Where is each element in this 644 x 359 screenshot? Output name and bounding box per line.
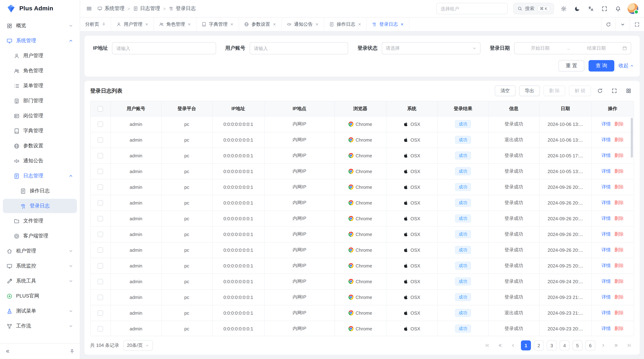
delete-link[interactable]: 删除 (614, 231, 624, 237)
row-checkbox[interactable] (98, 263, 103, 269)
refresh-tab-button[interactable] (601, 17, 616, 31)
detail-link[interactable]: 详情 (602, 247, 611, 253)
detail-link[interactable]: 详情 (602, 152, 611, 159)
tab-options-button[interactable] (616, 17, 630, 31)
delete-link[interactable]: 删除 (614, 152, 624, 159)
column-settings-button[interactable] (623, 85, 634, 96)
tab-dict-management[interactable]: 字典管理 (196, 17, 239, 31)
export-button[interactable]: 导出 (519, 85, 540, 96)
close-icon[interactable] (358, 22, 361, 26)
tab-param-settings[interactable]: 参数设置 (239, 17, 282, 31)
table-scrollbar[interactable] (631, 118, 633, 158)
pin-icon[interactable] (102, 22, 106, 26)
sidebar-item-plus-website[interactable]: PLUS官网 (3, 289, 77, 303)
delete-link[interactable]: 删除 (614, 263, 624, 269)
sidebar-item-user-management[interactable]: 用户管理 (3, 49, 77, 63)
sidebar-item-system-monitor[interactable]: 系统监控 (3, 259, 77, 273)
breadcrumb-item-login-log[interactable]: 登录日志 (168, 5, 196, 12)
row-checkbox[interactable] (98, 200, 103, 206)
row-checkbox[interactable] (98, 279, 103, 284)
breadcrumb-item-log[interactable]: 日志管理 (133, 5, 160, 12)
last-page-button[interactable] (624, 341, 634, 351)
page-size-select[interactable]: 20条/页 (124, 340, 153, 351)
ip-address-input[interactable] (112, 42, 216, 54)
row-checkbox[interactable] (98, 122, 103, 127)
first-page-button[interactable] (482, 341, 492, 351)
tenant-select-input[interactable] (436, 3, 508, 14)
delete-link[interactable]: 删除 (614, 184, 624, 190)
hamburger-menu-icon[interactable] (86, 5, 92, 12)
collapse-sidebar-icon[interactable] (5, 349, 10, 354)
sidebar-item-dict-management[interactable]: 字典管理 (3, 124, 77, 138)
detail-link[interactable]: 详情 (602, 294, 611, 300)
delete-link[interactable]: 删除 (614, 200, 624, 206)
sidebar-item-file-management[interactable]: 文件管理 (3, 214, 77, 228)
close-icon[interactable] (188, 22, 191, 26)
next-page-button[interactable] (598, 341, 608, 351)
row-checkbox[interactable] (98, 169, 103, 174)
detail-link[interactable]: 详情 (602, 184, 611, 190)
next-fast-button[interactable] (611, 341, 621, 351)
detail-link[interactable]: 详情 (602, 200, 611, 206)
unlock-button[interactable]: 解 锁 (569, 85, 591, 96)
delete-link[interactable]: 删除 (614, 121, 624, 127)
breadcrumb-item-system[interactable]: 系统管理 (97, 5, 124, 12)
tab-role-management[interactable]: 角色管理 (154, 17, 196, 31)
row-checkbox[interactable] (98, 185, 103, 190)
row-checkbox[interactable] (98, 247, 103, 253)
pin-icon[interactable] (70, 349, 75, 354)
user-account-input[interactable] (250, 42, 348, 54)
detail-link[interactable]: 详情 (602, 121, 611, 127)
row-checkbox[interactable] (98, 295, 103, 300)
row-checkbox[interactable] (98, 137, 103, 143)
page-button-6[interactable]: 6 (585, 341, 595, 351)
close-icon[interactable] (230, 22, 234, 26)
delete-link[interactable]: 删除 (614, 137, 624, 143)
prev-page-button[interactable] (508, 341, 518, 351)
delete-link[interactable]: 删除 (614, 168, 624, 174)
sidebar-item-operation-log[interactable]: 操作日志 (3, 184, 77, 198)
detail-link[interactable]: 详情 (602, 263, 611, 269)
refresh-list-button[interactable] (595, 85, 605, 96)
sidebar-item-log-management[interactable]: 日志管理 (3, 169, 77, 183)
prev-fast-button[interactable] (495, 341, 505, 351)
sidebar-item-role-management[interactable]: 角色管理 (3, 64, 77, 78)
settings-button[interactable] (560, 5, 568, 12)
sidebar-item-param-settings[interactable]: 参数设置 (3, 139, 77, 153)
delete-button[interactable]: 删 除 (544, 85, 566, 96)
login-status-select[interactable]: 请选择 (382, 42, 480, 54)
row-checkbox[interactable] (98, 310, 103, 316)
maximize-content-button[interactable] (630, 17, 644, 31)
sidebar-item-login-log[interactable]: 登录日志 (3, 199, 77, 213)
fullscreen-list-button[interactable] (609, 85, 620, 96)
sidebar-item-post-management[interactable]: 岗位管理 (3, 109, 77, 123)
sidebar-item-client-management[interactable]: 客户端管理 (3, 229, 77, 243)
sidebar-item-workflow[interactable]: 工作流 (3, 319, 77, 333)
page-button-3[interactable]: 3 (547, 341, 557, 351)
row-checkbox[interactable] (98, 232, 103, 237)
detail-link[interactable]: 详情 (602, 310, 611, 316)
dark-mode-toggle[interactable] (573, 5, 581, 12)
close-icon[interactable] (145, 22, 148, 26)
row-checkbox[interactable] (98, 216, 103, 221)
page-button-5[interactable]: 5 (572, 341, 582, 351)
sidebar-item-system-tools[interactable]: 系统工具 (3, 274, 77, 288)
sidebar-item-overview[interactable]: 概览 (3, 18, 77, 33)
sidebar-item-tenant-management[interactable]: 租户管理 (3, 244, 77, 258)
user-avatar[interactable] (628, 3, 638, 14)
page-button-1[interactable]: 1 (521, 341, 531, 351)
row-checkbox[interactable] (98, 153, 103, 158)
select-all-checkbox[interactable] (98, 106, 103, 112)
sidebar-item-department-management[interactable]: 部门管理 (3, 94, 77, 108)
reset-button[interactable]: 重 置 (558, 60, 584, 71)
row-checkbox[interactable] (98, 326, 103, 332)
delete-link[interactable]: 删除 (614, 325, 624, 332)
global-search[interactable]: 搜索 ⌘ K (513, 3, 554, 14)
delete-link[interactable]: 删除 (614, 294, 624, 300)
detail-link[interactable]: 详情 (602, 215, 611, 222)
detail-link[interactable]: 详情 (602, 278, 611, 285)
language-button[interactable] (587, 5, 595, 12)
tab-operation-log[interactable]: 操作日志 (324, 17, 367, 31)
detail-link[interactable]: 详情 (602, 231, 611, 237)
delete-link[interactable]: 删除 (614, 278, 624, 285)
